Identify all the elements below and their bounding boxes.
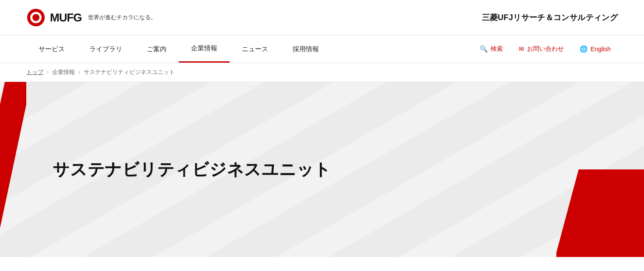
- mufg-logo-icon: [26, 8, 46, 27]
- breadcrumb: トップ › 企業情報 › サステナビリティビジネスユニット: [0, 63, 644, 82]
- breadcrumb-sep-1: ›: [47, 69, 49, 75]
- breadcrumb-sep-2: ›: [78, 69, 80, 75]
- nav-contact[interactable]: ✉ お問い合わせ: [512, 36, 571, 62]
- mufg-logo[interactable]: MUFG 世界が進むチカラになる。: [26, 8, 156, 27]
- company-name: 三菱UFJリサーチ＆コンサルティング: [482, 12, 618, 23]
- nav-item-news[interactable]: ニュース: [230, 35, 280, 63]
- hero-content: サステナビリティビジネスユニット: [0, 158, 384, 181]
- nav-item-company[interactable]: 企業情報: [179, 35, 230, 63]
- nav-bar: サービス ライブラリ ご案内 企業情報 ニュース 採用情報 🔍 検索 ✉ お問い…: [0, 35, 644, 63]
- mufg-tagline: 世界が進むチカラになる。: [88, 14, 156, 21]
- search-label: 検索: [491, 45, 503, 53]
- english-label: English: [591, 46, 611, 53]
- nav-item-services[interactable]: サービス: [26, 35, 77, 63]
- contact-label: お問い合わせ: [527, 45, 564, 53]
- globe-icon: 🌐: [580, 45, 588, 53]
- nav-english[interactable]: 🌐 English: [573, 36, 618, 62]
- hero-deco-right: [556, 169, 644, 257]
- hero-section: サステナビリティビジネスユニット: [0, 82, 644, 257]
- search-icon: 🔍: [480, 45, 488, 53]
- breadcrumb-current: サステナビリティビジネスユニット: [84, 68, 175, 76]
- svg-point-2: [32, 14, 39, 21]
- nav-item-guidance[interactable]: ご案内: [134, 35, 179, 63]
- hero-title: サステナビリティビジネスユニット: [53, 158, 331, 181]
- breadcrumb-company: 企業情報: [52, 68, 75, 76]
- nav-item-library[interactable]: ライブラリ: [77, 35, 134, 63]
- nav-main: サービス ライブラリ ご案内 企業情報 ニュース 採用情報: [26, 35, 331, 63]
- nav-item-recruit[interactable]: 採用情報: [280, 35, 331, 63]
- mail-icon: ✉: [519, 45, 524, 53]
- nav-right: 🔍 検索 ✉ お問い合わせ 🌐 English: [471, 35, 618, 63]
- breadcrumb-top[interactable]: トップ: [26, 68, 43, 76]
- mufg-wordmark: MUFG: [50, 11, 82, 25]
- site-header: MUFG 世界が進むチカラになる。 三菱UFJリサーチ＆コンサルティング: [0, 0, 644, 35]
- nav-search[interactable]: 🔍 検索: [473, 36, 510, 62]
- header-left: MUFG 世界が進むチカラになる。: [26, 8, 156, 27]
